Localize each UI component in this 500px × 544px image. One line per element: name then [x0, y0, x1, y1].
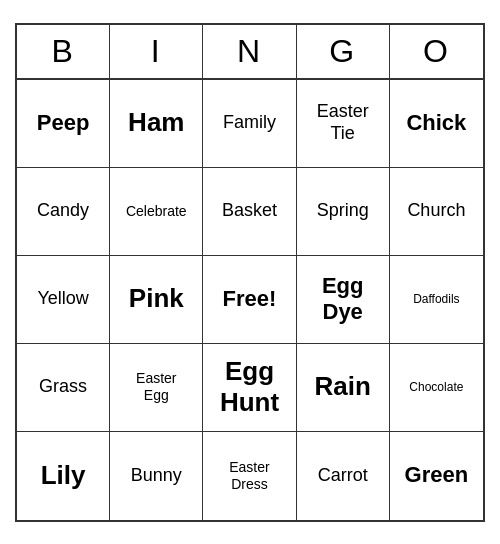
- bingo-cell: Easter Egg: [110, 344, 203, 432]
- cell-text: Pink: [129, 283, 184, 314]
- bingo-cell: Chick: [390, 80, 483, 168]
- bingo-cell: Free!: [203, 256, 296, 344]
- bingo-cell: Chocolate: [390, 344, 483, 432]
- cell-text: Easter Egg: [136, 370, 176, 404]
- bingo-cell: Rain: [297, 344, 390, 432]
- bingo-cell: Celebrate: [110, 168, 203, 256]
- bingo-cell: Green: [390, 432, 483, 520]
- bingo-cell: Daffodils: [390, 256, 483, 344]
- cell-text: Lily: [41, 460, 86, 491]
- cell-text: Chick: [406, 110, 466, 136]
- cell-text: Peep: [37, 110, 90, 136]
- bingo-cell: Grass: [17, 344, 110, 432]
- bingo-cell: Candy: [17, 168, 110, 256]
- cell-text: Daffodils: [413, 292, 459, 306]
- bingo-card: BINGO PeepHamFamilyEaster TieChickCandyC…: [15, 23, 485, 522]
- bingo-cell: Egg Hunt: [203, 344, 296, 432]
- cell-text: Rain: [315, 371, 371, 402]
- cell-text: Yellow: [37, 288, 88, 310]
- bingo-cell: Ham: [110, 80, 203, 168]
- bingo-cell: Egg Dye: [297, 256, 390, 344]
- cell-text: Chocolate: [409, 380, 463, 394]
- cell-text: Spring: [317, 200, 369, 222]
- bingo-cell: Easter Dress: [203, 432, 296, 520]
- header-letter: G: [297, 25, 390, 78]
- cell-text: Bunny: [131, 465, 182, 487]
- header-letter: B: [17, 25, 110, 78]
- cell-text: Basket: [222, 200, 277, 222]
- bingo-cell: Easter Tie: [297, 80, 390, 168]
- bingo-cell: Spring: [297, 168, 390, 256]
- cell-text: Green: [405, 462, 469, 488]
- cell-text: Church: [407, 200, 465, 222]
- cell-text: Egg Dye: [322, 273, 364, 326]
- cell-text: Carrot: [318, 465, 368, 487]
- bingo-cell: Bunny: [110, 432, 203, 520]
- cell-text: Candy: [37, 200, 89, 222]
- bingo-cell: Church: [390, 168, 483, 256]
- bingo-cell: Carrot: [297, 432, 390, 520]
- bingo-cell: Pink: [110, 256, 203, 344]
- header-letter: N: [203, 25, 296, 78]
- bingo-grid: PeepHamFamilyEaster TieChickCandyCelebra…: [17, 80, 483, 520]
- cell-text: Easter Tie: [317, 101, 369, 144]
- cell-text: Egg Hunt: [220, 356, 279, 418]
- bingo-cell: Family: [203, 80, 296, 168]
- bingo-cell: Yellow: [17, 256, 110, 344]
- cell-text: Ham: [128, 107, 184, 138]
- header-letter: I: [110, 25, 203, 78]
- bingo-cell: Lily: [17, 432, 110, 520]
- cell-text: Celebrate: [126, 203, 187, 220]
- bingo-header: BINGO: [17, 25, 483, 80]
- bingo-cell: Basket: [203, 168, 296, 256]
- bingo-cell: Peep: [17, 80, 110, 168]
- cell-text: Free!: [223, 286, 277, 312]
- cell-text: Family: [223, 112, 276, 134]
- header-letter: O: [390, 25, 483, 78]
- cell-text: Grass: [39, 376, 87, 398]
- cell-text: Easter Dress: [229, 459, 269, 493]
